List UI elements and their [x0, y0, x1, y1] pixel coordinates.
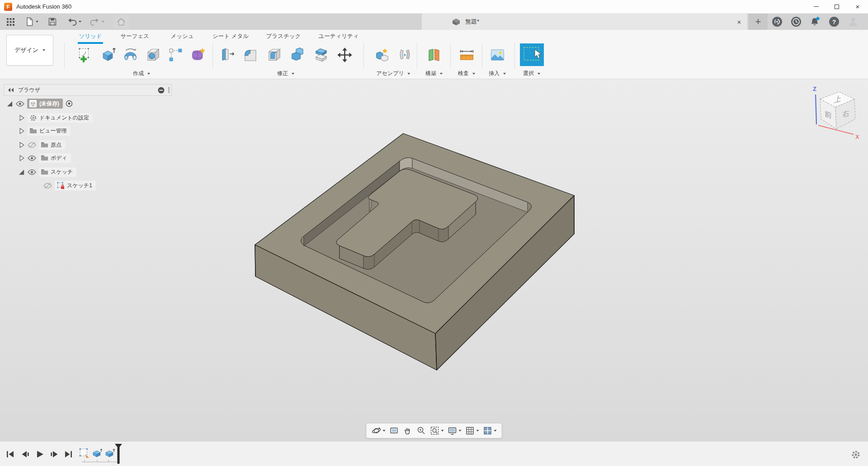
- minimize-panel-icon[interactable]: [158, 87, 165, 94]
- notifications-button[interactable]: [806, 14, 825, 30]
- visibility-eye-icon[interactable]: [16, 101, 24, 107]
- orbit-button[interactable]: [370, 424, 387, 437]
- close-button[interactable]: ×: [847, 0, 868, 14]
- tree-row-sketch1[interactable]: スケッチ1: [0, 180, 96, 191]
- collapsed-caret-icon[interactable]: [19, 114, 25, 121]
- group-label-assemble[interactable]: アセンブリ: [376, 70, 410, 77]
- workspace-selector[interactable]: デザイン: [6, 35, 53, 66]
- viewports-button[interactable]: [481, 424, 498, 437]
- tool-shell-button[interactable]: [263, 43, 285, 66]
- tab-surface[interactable]: サーフェス: [120, 33, 149, 40]
- group-separator: [417, 43, 417, 69]
- visibility-eye-icon[interactable]: [28, 155, 36, 161]
- tool-joint-button[interactable]: [394, 43, 415, 66]
- clock-icon: [791, 16, 802, 27]
- tool-offset-face-button[interactable]: [310, 43, 332, 66]
- extrude-icon: [99, 47, 116, 63]
- file-menu-button[interactable]: [22, 15, 41, 29]
- tree-row-sketches[interactable]: スケッチ: [0, 166, 76, 177]
- group-label-inspect[interactable]: 検査: [458, 70, 475, 77]
- tree-row-document-settings[interactable]: ドキュメントの設定: [0, 112, 93, 123]
- collapsed-caret-icon[interactable]: [19, 155, 25, 162]
- group-label-modify[interactable]: 修正: [277, 70, 294, 77]
- document-tab-label: 無題*: [465, 18, 479, 26]
- timeline-feature-sketch[interactable]: [79, 447, 90, 459]
- visibility-off-eye-icon[interactable]: [43, 183, 52, 189]
- tool-create-sketch-button[interactable]: [74, 43, 96, 66]
- tool-construction-plane-button[interactable]: [423, 43, 445, 66]
- ribbon-toolbar: デザイン ソリッド サーフェス メッシュ シート メタル プラスチック ユーティ…: [0, 30, 868, 79]
- minimize-button[interactable]: [806, 0, 826, 14]
- timeline-position-marker[interactable]: [114, 443, 123, 464]
- tool-insert-image-button[interactable]: [486, 43, 508, 66]
- document-tab[interactable]: 無題* ×: [422, 14, 747, 30]
- visibility-eye-icon[interactable]: [28, 169, 36, 175]
- group-label-create[interactable]: 作成: [133, 70, 150, 77]
- zoom-button[interactable]: [415, 424, 428, 437]
- collapse-panel-icon[interactable]: [7, 87, 14, 93]
- tool-revolve-button[interactable]: [119, 43, 141, 66]
- expanded-caret-icon[interactable]: [18, 169, 25, 176]
- tool-select-button[interactable]: [520, 43, 544, 66]
- look-at-button[interactable]: [388, 424, 401, 437]
- display-settings-button[interactable]: [446, 424, 463, 437]
- tab-solid[interactable]: ソリッド: [79, 33, 102, 40]
- timeline-settings-button[interactable]: [851, 450, 861, 461]
- redo-button[interactable]: [87, 15, 107, 29]
- expanded-caret-icon[interactable]: [6, 100, 13, 107]
- tool-press-pull-button[interactable]: [216, 43, 238, 66]
- tool-hole-button[interactable]: [142, 43, 164, 66]
- job-status-button[interactable]: [787, 14, 806, 30]
- tool-new-component-button[interactable]: [371, 43, 393, 66]
- tool-fillet-button[interactable]: [240, 43, 261, 66]
- undo-button[interactable]: [64, 15, 84, 29]
- panel-grip-icon[interactable]: [168, 87, 170, 93]
- tab-plastic[interactable]: プラスチック: [266, 33, 301, 40]
- apps-grid-icon: [6, 17, 15, 27]
- navigation-bar: [366, 423, 502, 438]
- workspace-label: デザイン: [14, 46, 38, 54]
- tree-row-bodies[interactable]: ボディ: [0, 152, 71, 163]
- tree-row-origin[interactable]: 原点: [0, 139, 65, 150]
- tree-item-label: ビュー管理: [39, 127, 67, 135]
- group-label-select[interactable]: 選択: [523, 70, 540, 77]
- tree-row-view-management[interactable]: ビュー管理: [0, 125, 71, 136]
- group-label-insert[interactable]: 挿入: [489, 70, 506, 77]
- tool-create-form-button[interactable]: [187, 43, 209, 66]
- extensions-button[interactable]: [768, 14, 787, 30]
- root-document-label: (未保存): [39, 100, 59, 108]
- document-tab-close-button[interactable]: ×: [734, 16, 745, 27]
- tool-extrude-button[interactable]: [97, 43, 118, 66]
- tab-sheet-metal[interactable]: シート メタル: [212, 33, 249, 40]
- viewport-canvas[interactable]: Z X 上 前 右 ブラウザ: [0, 79, 868, 441]
- tab-utilities[interactable]: ユーティリティ: [318, 33, 359, 40]
- zoom-window-icon: [430, 426, 440, 436]
- document-icon: [29, 100, 37, 108]
- grid-settings-button[interactable]: [464, 424, 481, 437]
- timeline-feature-extrude-1[interactable]: [91, 447, 103, 459]
- press-pull-icon: [219, 47, 236, 63]
- tool-rectangular-pattern-button[interactable]: [165, 43, 186, 66]
- group-label-construct[interactable]: 構築: [425, 70, 443, 77]
- home-button[interactable]: [113, 15, 129, 29]
- profile-button[interactable]: [844, 14, 863, 30]
- collapsed-caret-icon[interactable]: [19, 128, 25, 134]
- tree-row-root[interactable]: (未保存): [0, 98, 73, 109]
- zoom-window-button[interactable]: [429, 424, 445, 437]
- tool-combine-button[interactable]: [287, 43, 308, 66]
- activate-target-icon[interactable]: [66, 100, 73, 107]
- new-tab-button[interactable]: +: [749, 14, 768, 30]
- save-button[interactable]: [45, 15, 60, 29]
- tab-mesh[interactable]: メッシュ: [170, 33, 193, 40]
- visibility-off-eye-icon[interactable]: [28, 142, 36, 148]
- tool-move-button[interactable]: [334, 43, 355, 66]
- maximize-button[interactable]: [826, 0, 847, 14]
- file-menu-caret: [36, 21, 38, 23]
- collapsed-caret-icon[interactable]: [19, 142, 25, 148]
- app-launcher-button[interactable]: [4, 15, 18, 29]
- browser-header[interactable]: ブラウザ: [4, 84, 172, 96]
- pan-button[interactable]: [401, 424, 414, 437]
- view-cube[interactable]: Z X 上 前 右: [799, 83, 863, 144]
- help-button[interactable]: ?: [825, 14, 844, 30]
- tool-measure-button[interactable]: [456, 43, 477, 66]
